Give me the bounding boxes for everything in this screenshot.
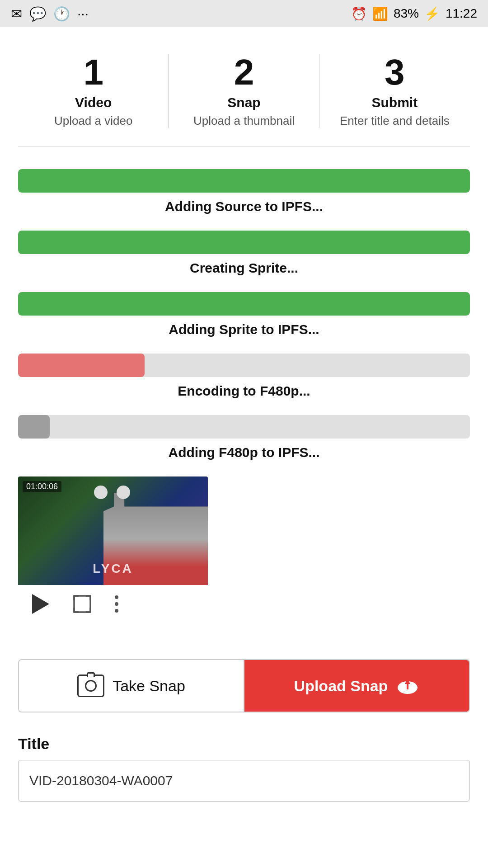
progress-bar-3-container bbox=[18, 292, 470, 316]
progress-bar-2-container bbox=[18, 231, 470, 254]
svg-point-3 bbox=[408, 685, 417, 692]
camera-lens bbox=[85, 680, 97, 692]
progress-bar-1-container bbox=[18, 169, 470, 193]
step-2-desc: Upload a thumbnail bbox=[193, 114, 295, 128]
more-dot-2 bbox=[115, 602, 118, 606]
steps-indicator: 1 Video Upload a video 2 Snap Upload a t… bbox=[18, 45, 470, 146]
progress-bar-4-fill bbox=[18, 354, 145, 377]
more-dot-1 bbox=[115, 595, 118, 599]
more-dot-3 bbox=[115, 609, 118, 613]
take-snap-button[interactable]: Take Snap bbox=[19, 660, 244, 712]
status-bar-left: ✉ 💬 🕐 ··· bbox=[11, 6, 89, 22]
upload-cloud-icon bbox=[396, 676, 419, 696]
step-3-title: Submit bbox=[371, 95, 418, 110]
play-button[interactable] bbox=[32, 595, 50, 613]
progress-label-2: Creating Sprite... bbox=[18, 260, 470, 276]
upload-snap-button[interactable]: Upload Snap bbox=[244, 660, 469, 712]
progress-bar-5-fill bbox=[18, 415, 50, 439]
upload-snap-label: Upload Snap bbox=[294, 677, 388, 695]
svg-point-2 bbox=[399, 685, 408, 692]
clock-icon: 🕐 bbox=[53, 6, 70, 22]
step-1: 1 Video Upload a video bbox=[18, 45, 169, 137]
camera-bump bbox=[87, 672, 95, 677]
step-3-number: 3 bbox=[385, 54, 405, 90]
progress-section: Adding Source to IPFS... Creating Sprite… bbox=[18, 169, 470, 460]
step-1-title: Video bbox=[75, 95, 112, 110]
battery-percent: 83% bbox=[394, 6, 419, 21]
step-1-number: 1 bbox=[83, 54, 103, 90]
step-3-desc: Enter title and details bbox=[340, 114, 450, 128]
svg-rect-0 bbox=[74, 596, 90, 612]
step-2-number: 2 bbox=[234, 54, 254, 90]
more-options-button[interactable] bbox=[115, 595, 118, 613]
battery-icon: ⚡ bbox=[424, 6, 440, 21]
fullscreen-button[interactable] bbox=[72, 594, 92, 614]
main-content: 1 Video Upload a video 2 Snap Upload a t… bbox=[0, 27, 488, 842]
video-preview: 01:00:06 LYCA bbox=[18, 476, 208, 623]
progress-bar-1-fill bbox=[18, 169, 470, 193]
progress-label-5: Adding F480p to IPFS... bbox=[18, 445, 470, 460]
progress-label-4: Encoding to F480p... bbox=[18, 383, 470, 399]
video-controls bbox=[18, 585, 208, 623]
dots-icon: ··· bbox=[77, 6, 89, 21]
title-input[interactable] bbox=[18, 760, 470, 802]
progress-label-3: Adding Sprite to IPFS... bbox=[18, 322, 470, 337]
status-bar-right: ⏰ 📶 83% ⚡ 11:22 bbox=[351, 6, 477, 21]
step-2: 2 Snap Upload a thumbnail bbox=[169, 45, 319, 137]
alarm-icon: ⏰ bbox=[351, 6, 367, 21]
title-label: Title bbox=[18, 735, 470, 753]
video-logo: LYCA bbox=[93, 561, 133, 576]
progress-bar-4-container bbox=[18, 354, 470, 377]
mail-icon: ✉ bbox=[11, 6, 22, 22]
fullscreen-icon bbox=[73, 594, 92, 613]
progress-bar-3-fill bbox=[18, 292, 470, 316]
play-triangle-icon bbox=[32, 594, 49, 614]
lamp-1 bbox=[94, 486, 108, 499]
step-1-desc: Upload a video bbox=[54, 114, 132, 128]
time-display: 11:22 bbox=[446, 6, 477, 21]
video-timestamp: 01:00:06 bbox=[23, 481, 61, 492]
progress-bar-5-container bbox=[18, 415, 470, 439]
snap-buttons-row: Take Snap Upload Snap bbox=[18, 659, 470, 712]
status-bar: ✉ 💬 🕐 ··· ⏰ 📶 83% ⚡ 11:22 bbox=[0, 0, 488, 27]
progress-label-1: Adding Source to IPFS... bbox=[18, 199, 470, 214]
video-thumbnail: 01:00:06 LYCA bbox=[18, 476, 208, 585]
take-snap-label: Take Snap bbox=[113, 677, 185, 695]
step-3: 3 Submit Enter title and details bbox=[319, 45, 470, 137]
signal-icon: 📶 bbox=[372, 6, 388, 21]
step-2-title: Snap bbox=[227, 95, 260, 110]
title-section: Title bbox=[18, 735, 470, 802]
lamp-2 bbox=[117, 486, 130, 499]
whatsapp-icon: 💬 bbox=[29, 6, 46, 22]
progress-bar-2-fill bbox=[18, 231, 470, 254]
camera-icon bbox=[77, 675, 104, 697]
